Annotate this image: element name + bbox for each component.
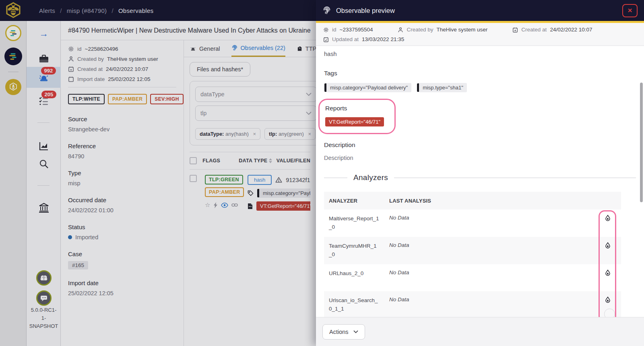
chevron-down-icon	[306, 112, 312, 115]
remove-filter-icon[interactable]: ×	[253, 131, 256, 137]
run-analyzer-flame-icon[interactable]	[604, 242, 611, 250]
preview-metadata-bar: id ~2337595504 Created by TheHive system…	[316, 23, 644, 46]
run-analyzer-flame-icon[interactable]	[604, 215, 611, 222]
siren-icon	[190, 46, 196, 52]
close-icon: ×	[627, 6, 632, 15]
run-analyzer-flame-icon[interactable]	[604, 296, 611, 304]
alert-detail-page: #84790 HermeticWiper | New Destructive M…	[61, 21, 316, 346]
value-column-header[interactable]: VALUE/FILEN	[277, 158, 310, 164]
description-heading: Description	[324, 141, 636, 149]
datatype-select[interactable]: dataType	[195, 87, 316, 102]
source-label: Source	[68, 116, 176, 122]
source-section: Source Strangebee-dev	[68, 116, 176, 133]
last-analysis-value: No Data	[384, 237, 594, 264]
created-by-value: TheHive system user	[107, 56, 158, 62]
link-icon[interactable]	[231, 203, 238, 207]
observable-row[interactable]: TLP:GREEN PAP:AMBER ☆	[190, 170, 310, 214]
gear-icon	[68, 46, 74, 52]
tags-heading: Tags	[324, 70, 636, 77]
actions-column-header	[594, 192, 621, 209]
scrollbar-thumb[interactable]	[640, 83, 643, 202]
created-by-label: Created by	[407, 27, 433, 33]
analyzer-row: TeamCymruMHR_1_0 No Data	[324, 237, 621, 264]
status-section: Status Imported	[68, 224, 176, 240]
updated-at-row: Updated at 13/03/2022 21:35	[323, 36, 404, 42]
datatype-column-header[interactable]: DATA TYPE	[239, 158, 276, 164]
occurred-date-value: 24/02/2022 01:00	[68, 207, 176, 213]
close-button[interactable]: ×	[622, 4, 638, 17]
analyzer-column-header: ANALYZER	[324, 192, 384, 209]
actions-button[interactable]: Actions	[322, 324, 365, 340]
observables-pane: General Observables (22) TTPs (	[184, 40, 316, 346]
case-number-chip[interactable]: #165	[68, 261, 88, 269]
import-date-value: 25/02/2022 12:05	[68, 290, 176, 296]
misp-chat-avatar[interactable]	[27, 290, 61, 306]
run-analyzer-flame-icon[interactable]	[604, 269, 611, 277]
chip-field-value: any(green)	[279, 131, 304, 137]
hash-datatype-chip[interactable]: hash	[248, 175, 272, 185]
breadcrumb-observables: Observables	[118, 7, 154, 14]
gear-icon	[323, 27, 329, 33]
breadcrumb-misp-alert[interactable]: misp (#84790)	[67, 7, 107, 14]
observables-table: FLAGS DATA TYPE VALUE/FILEN TLP:GREEN PA…	[190, 152, 310, 214]
id-value: ~2258620496	[85, 46, 118, 52]
misp-type-tag: misp.type="sha1"	[419, 83, 467, 92]
import-date-section: Import date 25/02/2022 12:05	[68, 280, 176, 296]
vt-report-chip: VT:GetReport="46/71"	[325, 117, 384, 126]
pap-amber-badge: PAP:AMBER	[108, 94, 147, 104]
thehive-bee-logo-icon[interactable]	[4, 1, 23, 20]
thehive-org-bee-avatar[interactable]	[5, 79, 21, 95]
breadcrumb: Alerts / misp (#84790) / Observables	[39, 7, 153, 14]
tab-observables-label: Observables (22)	[241, 45, 285, 51]
breadcrumb-separator: /	[111, 7, 113, 14]
filter-card: dataType tlp dataType:	[190, 81, 316, 145]
remove-filter-icon[interactable]: ×	[308, 131, 311, 137]
observable-preview-panel: Observable preview × id ~2337595504 Crea…	[316, 0, 644, 346]
type-label: Type	[68, 170, 176, 176]
tab-general[interactable]: General	[190, 40, 220, 57]
report-file-icon	[248, 203, 253, 209]
cortex-brain-avatar[interactable]	[27, 270, 61, 286]
sidebar-item-alerts[interactable]: 992	[27, 67, 61, 88]
tlp-select[interactable]: tlp	[195, 106, 316, 121]
datatype-select-placeholder: dataType	[200, 91, 225, 97]
bolt-icon[interactable]	[213, 202, 218, 208]
files-and-hashes-filter-button[interactable]: Files and hashes*	[190, 62, 250, 77]
type-value: misp	[68, 180, 176, 186]
preview-title: Observable preview	[336, 7, 395, 15]
breadcrumb-alerts[interactable]: Alerts	[39, 7, 55, 14]
reports-annotation-circle: Reports VT:GetReport="46/71"	[318, 99, 396, 134]
tab-ttps[interactable]: TTPs (	[297, 40, 316, 57]
tab-ttps-label: TTPs (	[305, 46, 316, 52]
sidebar-item-search[interactable]	[27, 158, 61, 170]
expand-sidebar-button[interactable]: →	[27, 27, 61, 39]
sidebar-item-organization[interactable]	[27, 201, 61, 214]
type-section: Type misp	[68, 170, 176, 186]
rail-divider	[8, 72, 19, 72]
sidebar-item-cases[interactable]	[27, 53, 61, 65]
chevron-down-icon	[306, 93, 312, 96]
created-at-row: Created at 24/02/2022 10:07	[68, 66, 176, 72]
actions-button-label: Actions	[329, 329, 349, 335]
import-date-label: Import date	[68, 280, 176, 286]
briefcase-icon	[39, 54, 49, 64]
eye-icon[interactable]	[221, 203, 228, 208]
divider-line	[324, 178, 347, 178]
divider-line	[394, 178, 636, 178]
star-icon[interactable]: ☆	[205, 201, 210, 209]
select-all-checkbox[interactable]	[190, 157, 197, 164]
row-checkbox[interactable]	[190, 175, 197, 182]
calendar-plus-icon	[512, 27, 518, 33]
organization-avatar-dark[interactable]	[4, 48, 22, 65]
created-at-value: 24/02/2022 10:07	[106, 66, 148, 72]
updated-at-label: Updated at	[332, 36, 359, 42]
organization-rail	[0, 21, 27, 346]
sidebar-item-tasks[interactable]: 205	[27, 92, 61, 110]
reference-link[interactable]: 84790	[68, 153, 176, 160]
sidebar-item-dashboards[interactable]	[27, 140, 61, 152]
organization-avatar[interactable]	[5, 25, 21, 41]
status-label: Status	[68, 224, 176, 230]
tab-observables[interactable]: Observables (22)	[231, 40, 285, 57]
flags-column-header[interactable]: FLAGS	[202, 158, 239, 164]
observable-value[interactable]: 912342f1c	[286, 177, 310, 183]
